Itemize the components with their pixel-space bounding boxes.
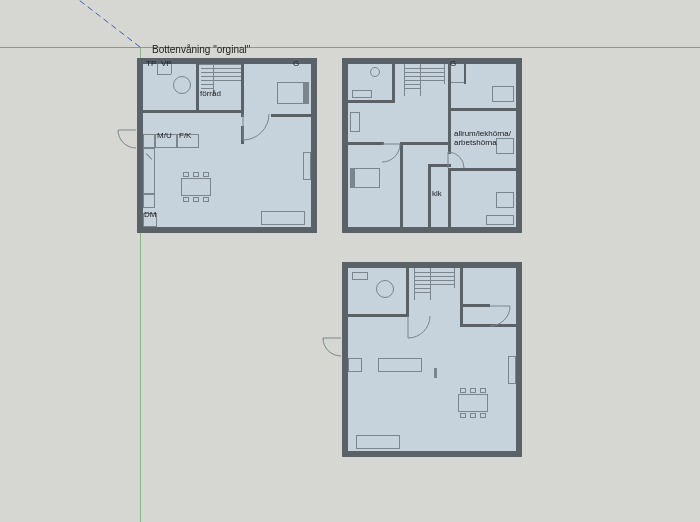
axis-x	[0, 47, 700, 48]
svg-line-0	[40, 0, 140, 47]
label-dm: DM	[144, 211, 156, 220]
plan-a-title: Bottenvåning "orginal"	[152, 44, 250, 55]
label-vp: VP	[161, 60, 172, 69]
plan-a	[137, 58, 317, 233]
label-g-b: G	[450, 60, 456, 69]
door-arc-c	[323, 338, 343, 358]
label-klk: klk	[432, 190, 442, 199]
label-tp: TP	[146, 60, 156, 69]
door-arc	[118, 130, 138, 150]
label-g: G	[293, 60, 299, 69]
label-mu: M/U	[157, 132, 172, 141]
label-forrad: förråd	[200, 90, 221, 99]
label-fk: F/K	[179, 132, 191, 141]
plan-c	[342, 262, 522, 457]
label-allrum: allrum/lekhörna/ arbetshörna	[454, 130, 511, 148]
